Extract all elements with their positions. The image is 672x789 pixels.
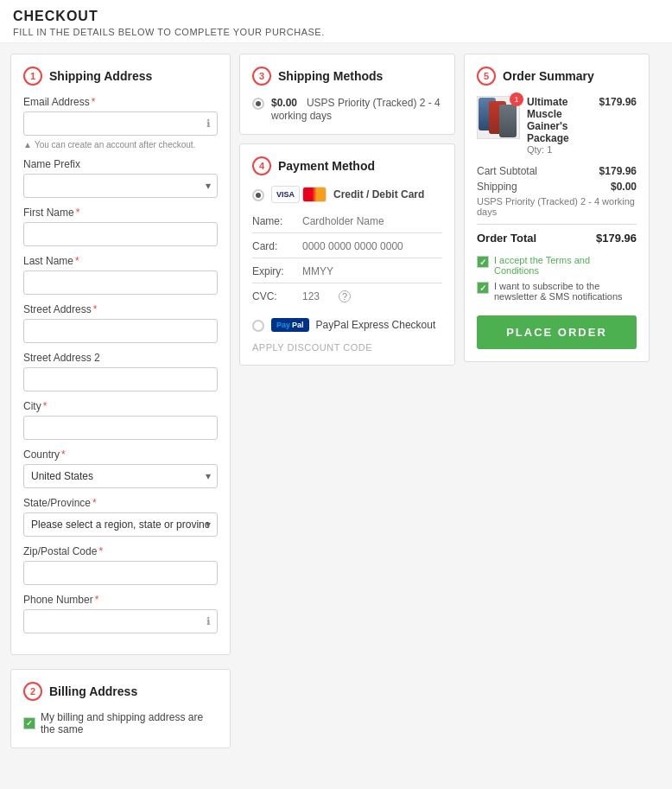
last-name-label: Last Name*: [23, 255, 218, 267]
cardholder-name-input[interactable]: [302, 215, 442, 227]
newsletter-label: I want to subscribe to the newsletter & …: [494, 281, 637, 302]
cvc-help-icon[interactable]: ?: [339, 290, 351, 302]
email-input[interactable]: [23, 111, 218, 136]
terms-label: I accept the Terms and Conditions: [494, 255, 637, 276]
shipping-cost-value: $0.00: [611, 181, 637, 193]
credit-card-label: Credit / Debit Card: [333, 188, 424, 200]
cart-subtotal-value: $179.96: [599, 165, 637, 177]
expiry-field-label: Expiry:: [252, 265, 295, 277]
shipping-price: $0.00: [271, 97, 297, 109]
country-select[interactable]: United States: [23, 464, 218, 488]
credit-card-radio[interactable]: [252, 189, 264, 201]
street-group: Street Address*: [23, 303, 218, 343]
first-name-group: First Name*: [23, 207, 218, 246]
expiry-field: Expiry:: [252, 265, 442, 283]
state-group: State/Province* Please select a region, …: [23, 497, 218, 537]
cart-subtotal-row: Cart Subtotal $179.96: [477, 165, 637, 177]
street2-input[interactable]: [23, 367, 218, 391]
section-number-payment: 4: [252, 156, 271, 175]
shipping-cost-label: Shipping: [477, 181, 517, 193]
payment-method-section: 4 Payment Method VISA Credit / Debit Car…: [239, 143, 455, 366]
phone-group: Phone Number* ℹ: [23, 594, 218, 633]
visa-icon: VISA: [271, 186, 300, 203]
cvc-field: CVC: ?: [252, 290, 442, 308]
name-prefix-label: Name Prefix: [23, 158, 218, 170]
cvc-input[interactable]: [302, 290, 328, 302]
street-label: Street Address*: [23, 303, 218, 315]
paypal-option: PayPal PayPal Express Checkout: [252, 318, 442, 332]
name-prefix-group: Name Prefix Mr Ms Mrs Dr: [23, 158, 218, 198]
street2-label: Street Address 2: [23, 352, 218, 364]
mastercard-icon: [302, 187, 326, 202]
product-name: Ultimate Muscle Gainer's Package: [527, 96, 593, 144]
cardholder-name-field: Name:: [252, 215, 442, 233]
city-label: City*: [23, 400, 218, 412]
paypal-radio[interactable]: [252, 320, 264, 332]
paypal-logo: PayPal: [271, 318, 309, 332]
phone-input[interactable]: [23, 609, 218, 633]
billing-address-section: 2 Billing Address My billing and shippin…: [10, 669, 231, 748]
shipping-methods-section: 3 Shipping Methods $0.00 USPS Priority (…: [239, 54, 455, 135]
same-address-label: My billing and shipping address are the …: [41, 711, 218, 735]
first-name-label: First Name*: [23, 207, 218, 219]
section-number-shipping: 1: [23, 67, 42, 86]
name-prefix-select[interactable]: Mr Ms Mrs Dr: [23, 174, 218, 198]
product-image: 1: [477, 96, 520, 139]
newsletter-checkbox[interactable]: [477, 282, 489, 294]
page-subtitle: FILL IN THE DETAILS BELOW TO COMPLETE YO…: [13, 27, 659, 37]
cvc-field-label: CVC:: [252, 290, 295, 302]
paypal-label: PayPal Express Checkout: [316, 319, 436, 331]
order-total-label: Order Total: [477, 232, 536, 245]
zip-input[interactable]: [23, 561, 218, 585]
shipping-radio[interactable]: [252, 98, 264, 110]
billing-address-title: Billing Address: [49, 684, 137, 698]
order-summary-section: 5 Order Summary 1 Ultimate Muscle Gainer…: [464, 54, 650, 362]
city-input[interactable]: [23, 416, 218, 440]
card-icons: VISA: [271, 186, 326, 203]
terms-checkbox[interactable]: [477, 256, 489, 268]
state-label: State/Province*: [23, 497, 218, 509]
country-label: Country*: [23, 449, 218, 461]
last-name-group: Last Name*: [23, 255, 218, 295]
email-info-icon: ℹ: [206, 118, 211, 130]
street2-group: Street Address 2: [23, 352, 218, 391]
place-order-button[interactable]: PLACE ORDER: [477, 315, 637, 349]
street-input[interactable]: [23, 319, 218, 343]
terms-link[interactable]: I accept the Terms and Conditions: [494, 255, 590, 276]
discount-code-link[interactable]: APPLY DISCOUNT CODE: [252, 342, 442, 353]
product-badge: 1: [510, 92, 523, 106]
first-name-input[interactable]: [23, 222, 218, 246]
product-row: 1 Ultimate Muscle Gainer's Package Qty: …: [477, 96, 637, 155]
state-select[interactable]: Please select a region, state or provinc…: [23, 512, 218, 537]
account-note: ▲ You can create an account after checko…: [23, 139, 218, 150]
zip-label: Zip/Postal Code*: [23, 545, 218, 557]
shipping-address-section: 1 Shipping Address Email Address* ℹ ▲ Yo…: [10, 54, 231, 655]
city-group: City*: [23, 400, 218, 440]
terms-checkbox-row: I accept the Terms and Conditions: [477, 255, 637, 276]
product-price: $179.96: [599, 96, 637, 108]
page-title: CHECKOUT: [13, 9, 659, 24]
zip-group: Zip/Postal Code*: [23, 545, 218, 585]
shipping-desc: USPS Priority (Tracked) 2 - 4 working da…: [271, 97, 441, 122]
payment-method-title: Payment Method: [278, 159, 375, 173]
expiry-input[interactable]: [302, 265, 442, 277]
cart-subtotal-label: Cart Subtotal: [477, 165, 537, 177]
email-label: Email Address*: [23, 96, 218, 108]
product-qty: Qty: 1: [527, 144, 593, 155]
same-address-checkbox[interactable]: [23, 717, 35, 729]
order-total-row: Order Total $179.96: [477, 224, 637, 245]
country-group: Country* United States: [23, 449, 218, 488]
section-number-order: 5: [477, 67, 496, 86]
card-number-input[interactable]: [302, 240, 442, 252]
card-field-label: Card:: [252, 240, 295, 252]
card-number-field: Card:: [252, 240, 442, 258]
credit-card-option: VISA Credit / Debit Card: [252, 186, 442, 203]
newsletter-checkbox-row: I want to subscribe to the newsletter & …: [477, 281, 637, 302]
order-total-value: $179.96: [596, 232, 637, 245]
order-summary-title: Order Summary: [503, 69, 594, 83]
phone-info-icon: ℹ: [206, 615, 211, 627]
section-number-shipping-methods: 3: [252, 67, 271, 86]
phone-label: Phone Number*: [23, 594, 218, 606]
page-header: CHECKOUT FILL IN THE DETAILS BELOW TO CO…: [0, 0, 672, 43]
last-name-input[interactable]: [23, 270, 218, 295]
